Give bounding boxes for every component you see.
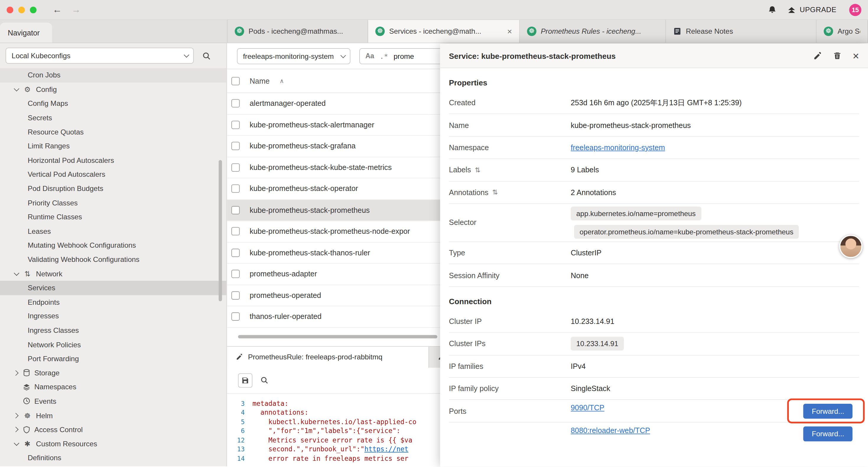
sidebar-item-priority-classes[interactable]: Priority Classes <box>0 196 226 210</box>
select-all-checkbox[interactable] <box>231 77 240 85</box>
port-link[interactable]: 8080:reloader-web/TCP <box>571 427 650 435</box>
close-window-button[interactable] <box>6 6 13 13</box>
sidebar-item-config-maps[interactable]: Config Maps <box>0 96 226 111</box>
sidebar-item-services[interactable]: Services <box>0 281 226 295</box>
sidebar-item-mutating-webhook-configurations[interactable]: Mutating Webhook Configurations <box>0 238 226 253</box>
row-checkbox[interactable] <box>231 313 240 321</box>
minimize-window-button[interactable] <box>18 6 25 13</box>
row-checkbox[interactable] <box>231 206 240 214</box>
sidebar-item-resource-quotas[interactable]: Resource Quotas <box>0 125 226 139</box>
tab-services-icecheng-math[interactable]: ☸Services - icecheng@math...× <box>368 20 520 42</box>
property-value: 253d 16h 6m ago (2025年1月13日 GMT+8 1:25:3… <box>571 98 859 108</box>
row-checkbox[interactable] <box>231 227 240 236</box>
row-checkbox[interactable] <box>231 184 240 193</box>
sidebar-item-horizontal-pod-autoscalers[interactable]: Horizontal Pod Autoscalers <box>0 153 226 167</box>
sidebar-item-config[interactable]: ⚙Config <box>0 82 226 96</box>
chevron-down-icon <box>12 272 19 275</box>
forward-button[interactable]: → <box>69 5 83 14</box>
namespace-filter[interactable]: freeleaps-monitoring-system <box>237 48 350 64</box>
sidebar-item-pod-disruption-budgets[interactable]: Pod Disruption Budgets <box>0 181 226 196</box>
kubernetes-icon: ☸ <box>235 27 244 36</box>
sort-ascending-icon[interactable]: ∧ <box>279 77 284 84</box>
row-namespace: Namespacefreeleaps-monitoring-system <box>449 137 859 159</box>
row-checkbox[interactable] <box>231 270 240 278</box>
sidebar-item-custom-resources[interactable]: ✱Custom Resources <box>0 437 226 451</box>
kubeconfig-bar: Local Kubeconfigs <box>0 43 226 68</box>
notifications-bell-icon[interactable] <box>768 5 776 14</box>
delete-button[interactable] <box>833 52 842 60</box>
upgrade-button[interactable]: UPGRADE <box>787 5 836 14</box>
sidebar-item-helm[interactable]: ☸Helm <box>0 408 226 422</box>
line-number: 14 <box>227 455 252 462</box>
zoom-window-button[interactable] <box>30 6 36 13</box>
save-button[interactable] <box>238 373 253 387</box>
chevron-down-icon <box>12 87 19 91</box>
helm-icon: ☸ <box>23 411 32 419</box>
sidebar-item-label: Validating Webhook Configurations <box>28 255 140 264</box>
tab-argo-se[interactable]: ☸Argo Se <box>816 20 868 42</box>
sidebar-item-label: Ingress Classes <box>28 326 79 334</box>
tab-release-notes[interactable]: Release Notes <box>666 20 816 42</box>
tab-prometheus-rules-icecheng[interactable]: ☸Prometheus Rules - icecheng... <box>520 20 666 42</box>
sidebar-item-ingresses[interactable]: Ingresses <box>0 309 226 323</box>
sidebar-item-validating-webhook-configurations[interactable]: Validating Webhook Configurations <box>0 253 226 267</box>
sidebar-search-icon[interactable] <box>202 51 211 60</box>
name-column-header[interactable]: Name <box>250 77 270 85</box>
sidebar-item-vertical-pod-autoscalers[interactable]: Vertical Pod Autoscalers <box>0 167 226 181</box>
sidebar-item-limit-ranges[interactable]: Limit Ranges <box>0 139 226 153</box>
details-header: Service: kube-prometheus-stack-prometheu… <box>440 44 868 68</box>
close-panel-button[interactable]: × <box>852 50 859 61</box>
user-avatar[interactable] <box>839 235 863 258</box>
sidebar-item-label: Cron Jobs <box>28 71 61 79</box>
port-forward-button[interactable]: Forward... <box>804 404 852 419</box>
port-link[interactable]: 9090/TCP <box>571 404 604 412</box>
row-checkbox[interactable] <box>231 99 240 108</box>
sidebar-item-port-forwarding[interactable]: Port Forwarding <box>0 352 226 366</box>
unfold-icon[interactable]: ⇅ <box>492 188 498 196</box>
kubeconfig-selector[interactable]: Local Kubeconfigs <box>6 48 194 63</box>
sidebar-item-definitions[interactable]: Definitions <box>0 451 226 465</box>
editor-search-icon[interactable] <box>260 376 269 384</box>
row-checkbox[interactable] <box>231 163 240 171</box>
kubernetes-icon: ☸ <box>824 27 833 36</box>
sidebar-item-label: Port Forwarding <box>28 355 79 363</box>
edit-pencil-icon <box>236 353 243 360</box>
sidebar-item-events[interactable]: Events <box>0 394 226 408</box>
regex-toggle[interactable]: .* <box>380 52 388 60</box>
code-segment: error rate in freeleaps metrics ser <box>252 455 408 462</box>
sidebar-item-secrets[interactable]: Secrets <box>0 111 226 125</box>
match-case-toggle[interactable]: Aa <box>366 52 374 60</box>
sidebar-item-access-control[interactable]: Access Control <box>0 422 226 437</box>
navigator-sidebar: Local Kubeconfigs Cron Jobs⚙ConfigConfig… <box>0 43 227 466</box>
tab-label: Pods - icecheng@mathmas... <box>248 27 343 35</box>
list-horizontal-scrollbar[interactable] <box>238 335 438 338</box>
sidebar-item-ingress-classes[interactable]: Ingress Classes <box>0 323 226 338</box>
tab-pods-icecheng-mathmas[interactable]: ☸Pods - icecheng@mathmas... <box>227 20 368 42</box>
row-checkbox[interactable] <box>231 249 240 257</box>
dock-tab-label: PrometheusRule: freeleaps-prod-rabbitmq <box>248 353 382 361</box>
sidebar-item-network-policies[interactable]: Network Policies <box>0 338 226 352</box>
row-checkbox[interactable] <box>231 121 240 129</box>
property-label: Labels⇅ <box>449 166 571 174</box>
row-checkbox[interactable] <box>231 142 240 150</box>
dock-tab-prometheusrule[interactable]: PrometheusRule: freeleaps-prod-rabbitmq <box>227 346 429 368</box>
unfold-icon[interactable]: ⇅ <box>475 166 480 174</box>
sidebar-item-leases[interactable]: Leases <box>0 224 226 238</box>
sidebar-item-label: Secrets <box>28 114 52 122</box>
row-checkbox[interactable] <box>231 291 240 299</box>
sidebar-item-storage[interactable]: Storage <box>0 366 226 380</box>
namespace-link[interactable]: freeleaps-monitoring-system <box>571 143 665 152</box>
sidebar-item-cron-jobs[interactable]: Cron Jobs <box>0 68 226 82</box>
sidebar-item-endpoints[interactable]: Endpoints <box>0 295 226 309</box>
back-button[interactable]: ← <box>51 5 64 14</box>
sidebar-item-namespaces[interactable]: Namespaces <box>0 380 226 394</box>
property-label: Cluster IP <box>449 317 571 325</box>
sidebar-item-network[interactable]: ⇅Network <box>0 267 226 281</box>
sidebar-item-runtime-classes[interactable]: Runtime Classes <box>0 210 226 224</box>
sidebar-scrollbar[interactable] <box>219 160 222 301</box>
notification-count-badge[interactable]: 15 <box>849 4 861 16</box>
edit-button[interactable] <box>813 51 822 60</box>
port-forward-button[interactable]: Forward... <box>804 427 852 442</box>
close-tab-icon[interactable]: × <box>504 27 512 36</box>
property-value: 10.233.14.91 <box>571 317 859 325</box>
